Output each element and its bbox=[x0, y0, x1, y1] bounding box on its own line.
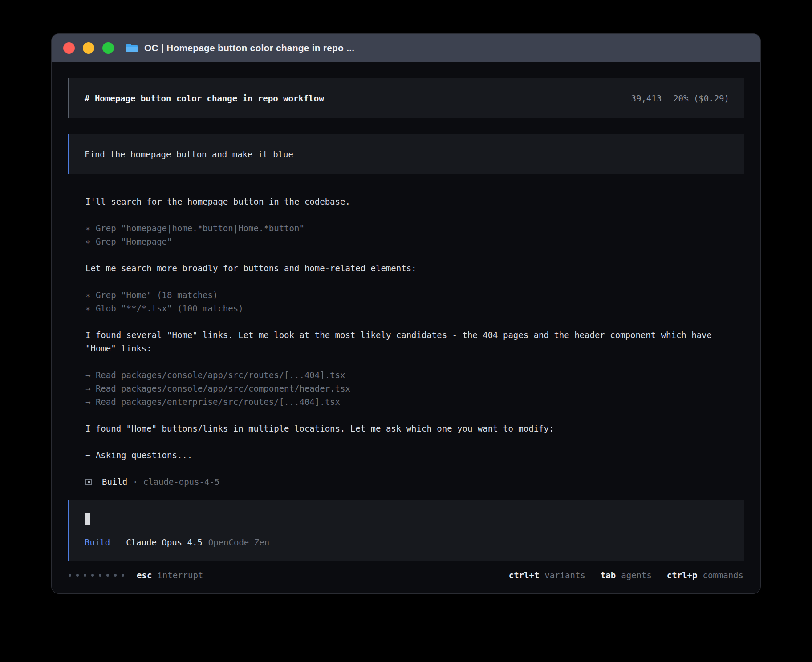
user-message-text: Find the homepage button and make it blu… bbox=[85, 149, 293, 159]
agent-separator: · bbox=[133, 475, 138, 488]
tool-call-grep: ∗ Grep "homepage|home.*button|Home.*butt… bbox=[85, 222, 744, 235]
tool-call-group: ∗ Grep "Home" (18 matches) ∗ Glob "**/*.… bbox=[85, 288, 744, 315]
tool-call-grep: ∗ Grep "Home" (18 matches) bbox=[85, 288, 744, 302]
prompt-input[interactable]: Build Claude Opus 4.5 OpenCode Zen bbox=[68, 500, 744, 561]
status-bar-left: esc interrupt bbox=[69, 569, 203, 582]
agent-indicator: Build · claude-opus-4-5 bbox=[85, 475, 744, 488]
assistant-text-intro: I'll search for the homepage button in t… bbox=[85, 195, 744, 208]
shortcut-key: ctrl+p bbox=[667, 569, 698, 582]
tool-call-glob: ∗ Glob "**/*.tsx" (100 matches) bbox=[85, 302, 744, 315]
shortcut-key: tab bbox=[601, 569, 616, 582]
tool-call-grep: ∗ Grep "Homepage" bbox=[85, 235, 744, 248]
mode-label: Build bbox=[85, 536, 110, 549]
terminal-content: # Homepage button color change in repo w… bbox=[52, 62, 760, 593]
agent-name: Build bbox=[102, 475, 127, 488]
window-title: OC | Homepage button color change in rep… bbox=[144, 43, 354, 53]
close-button[interactable] bbox=[63, 42, 75, 54]
folder-icon bbox=[126, 43, 139, 53]
esc-label: interrupt bbox=[157, 569, 203, 582]
assistant-text-broaden: Let me search more broadly for buttons a… bbox=[85, 262, 744, 275]
status-bar: esc interrupt ctrl+t variants tab agents… bbox=[68, 569, 744, 582]
session-title: # Homepage button color change in repo w… bbox=[85, 92, 324, 105]
zoom-button[interactable] bbox=[102, 42, 114, 54]
shortcut-key: ctrl+t bbox=[509, 569, 540, 582]
context-usage: 20% ($0.29) bbox=[673, 92, 729, 105]
provider-label: OpenCode Zen bbox=[208, 536, 269, 549]
assistant-text-candidates: I found several "Home" links. Let me loo… bbox=[85, 328, 744, 355]
shortcut-interrupt: esc interrupt bbox=[137, 569, 203, 582]
esc-key: esc bbox=[137, 569, 152, 582]
input-footer: Build Claude Opus 4.5 OpenCode Zen bbox=[85, 536, 729, 549]
tool-call-group: ∗ Grep "homepage|home.*button|Home.*butt… bbox=[85, 222, 744, 248]
shortcut-variants: ctrl+t variants bbox=[509, 569, 585, 582]
shortcut-label: agents bbox=[621, 569, 652, 582]
traffic-lights bbox=[63, 42, 114, 54]
token-count: 39,413 bbox=[631, 92, 662, 105]
titlebar[interactable]: OC | Homepage button color change in rep… bbox=[52, 34, 760, 62]
tool-call-read: → Read packages/enterprise/src/routes/[.… bbox=[85, 395, 744, 408]
model-label: Claude Opus 4.5 bbox=[126, 536, 203, 549]
minimize-button[interactable] bbox=[83, 42, 94, 54]
status-bar-right: ctrl+t variants tab agents ctrl+p comman… bbox=[509, 569, 743, 582]
tool-call-group: → Read packages/console/app/src/routes/[… bbox=[85, 368, 744, 408]
session-header: # Homepage button color change in repo w… bbox=[68, 78, 744, 118]
assistant-status: ~ Asking questions... bbox=[85, 448, 744, 462]
tool-call-read: → Read packages/console/app/src/componen… bbox=[85, 382, 744, 395]
assistant-text-ask: I found "Home" buttons/links in multiple… bbox=[85, 422, 744, 435]
shortcut-commands: ctrl+p commands bbox=[667, 569, 743, 582]
shortcut-label: commands bbox=[702, 569, 743, 582]
agent-model: claude-opus-4-5 bbox=[143, 475, 220, 488]
shortcut-label: variants bbox=[544, 569, 585, 582]
user-message: Find the homepage button and make it blu… bbox=[68, 134, 744, 174]
tool-call-read: → Read packages/console/app/src/routes/[… bbox=[85, 368, 744, 382]
session-meta: 39,413 20% ($0.29) bbox=[631, 92, 729, 105]
activity-dots bbox=[69, 574, 124, 577]
text-cursor bbox=[85, 513, 90, 525]
terminal-window: OC | Homepage button color change in rep… bbox=[52, 34, 760, 593]
agent-icon bbox=[85, 479, 92, 485]
shortcut-agents: tab agents bbox=[601, 569, 652, 582]
